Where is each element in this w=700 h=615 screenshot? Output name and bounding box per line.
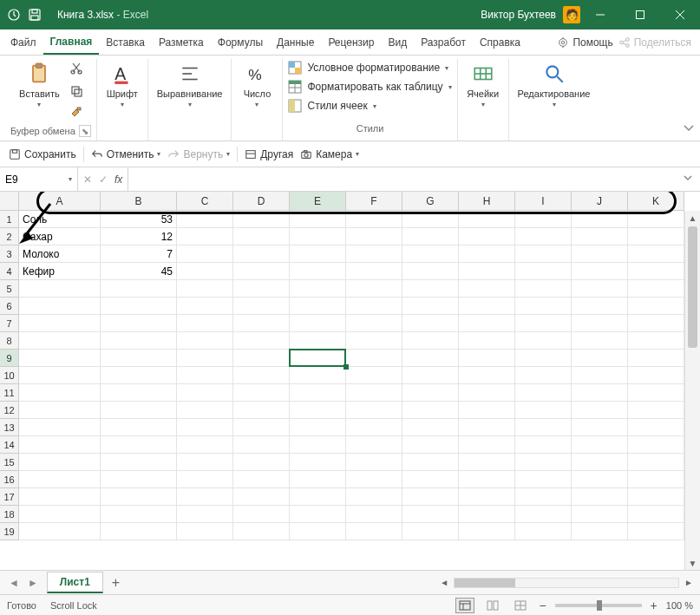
cell[interactable] (290, 280, 346, 298)
row-header[interactable]: 14 (0, 436, 19, 454)
undo-button[interactable]: Отменить▾ (91, 148, 161, 160)
column-header[interactable]: B (101, 192, 177, 211)
cell[interactable] (101, 384, 177, 402)
cell[interactable] (515, 315, 572, 332)
cell[interactable] (459, 436, 515, 454)
column-header[interactable]: K (628, 192, 684, 211)
cell[interactable] (177, 280, 233, 298)
cell[interactable]: Молоко (19, 245, 101, 263)
cell[interactable] (290, 471, 346, 488)
user-name[interactable]: Виктор Бухтеев (481, 9, 556, 21)
cell[interactable] (572, 523, 628, 540)
zoom-out-button[interactable]: − (539, 599, 546, 612)
cell[interactable] (177, 350, 233, 367)
sheet-nav-next[interactable]: ► (24, 577, 42, 589)
tab-insert[interactable]: Вставка (99, 29, 152, 55)
cell[interactable] (515, 263, 572, 280)
cell[interactable] (572, 471, 628, 488)
spreadsheet-grid[interactable]: ABCDEFGHIJK 1234567891011121314151617181… (0, 192, 700, 570)
name-box[interactable]: E9▾ (0, 167, 78, 191)
cell[interactable] (101, 402, 177, 419)
cell[interactable] (515, 245, 572, 263)
cell[interactable] (101, 298, 177, 315)
cell[interactable] (628, 280, 684, 298)
cell[interactable] (290, 228, 346, 245)
cell[interactable] (628, 419, 684, 436)
cell[interactable] (628, 402, 684, 419)
cell[interactable] (572, 367, 628, 384)
cell[interactable] (572, 402, 628, 419)
maximize-button[interactable] (620, 0, 660, 29)
cell[interactable] (233, 245, 290, 263)
cell[interactable] (402, 245, 459, 263)
cell[interactable] (233, 298, 290, 315)
conditional-formatting-button[interactable]: Условное форматирование▾ (288, 59, 451, 76)
cell[interactable] (572, 506, 628, 523)
row-header[interactable]: 17 (0, 488, 19, 506)
camera-button[interactable]: Камера▾ (300, 148, 359, 160)
cell[interactable] (459, 263, 515, 280)
cell[interactable] (19, 471, 101, 488)
cell[interactable] (177, 454, 233, 471)
cell[interactable] (628, 384, 684, 402)
column-header[interactable]: I (515, 192, 572, 211)
tell-me-button[interactable]: Помощь (557, 36, 612, 49)
cell[interactable] (515, 419, 572, 436)
cell[interactable] (19, 506, 101, 523)
cell[interactable] (233, 384, 290, 402)
cell[interactable] (19, 436, 101, 454)
view-normal-button[interactable] (455, 598, 474, 613)
row-header[interactable]: 15 (0, 454, 19, 471)
cell[interactable] (19, 367, 101, 384)
cell[interactable] (19, 350, 101, 367)
cell[interactable] (346, 471, 402, 488)
cell[interactable] (402, 402, 459, 419)
row-header[interactable]: 3 (0, 245, 19, 263)
row-header[interactable]: 9 (0, 350, 19, 367)
tab-data[interactable]: Данные (270, 29, 321, 55)
tab-view[interactable]: Вид (381, 29, 414, 55)
cell[interactable] (515, 367, 572, 384)
row-header[interactable]: 12 (0, 402, 19, 419)
cell[interactable] (515, 228, 572, 245)
cell[interactable] (459, 367, 515, 384)
cell[interactable] (572, 488, 628, 506)
cancel-formula-button[interactable]: ✕ (83, 173, 92, 186)
cells-button[interactable]: Ячейки ▾ (463, 59, 503, 110)
font-button[interactable]: A Шрифт ▾ (102, 59, 142, 110)
cell[interactable] (346, 263, 402, 280)
hscrollbar-thumb[interactable] (455, 579, 515, 587)
cell[interactable] (459, 245, 515, 263)
fill-handle[interactable] (343, 364, 349, 370)
row-header[interactable]: 7 (0, 315, 19, 332)
share-button[interactable]: Поделиться (618, 36, 691, 49)
cell[interactable] (290, 245, 346, 263)
cell[interactable] (515, 436, 572, 454)
cell[interactable] (19, 384, 101, 402)
cell[interactable] (459, 298, 515, 315)
tab-file[interactable]: Файл (3, 29, 43, 55)
row-header[interactable]: 10 (0, 367, 19, 384)
cell[interactable] (177, 471, 233, 488)
format-painter-button[interactable] (67, 104, 86, 123)
cell[interactable] (515, 402, 572, 419)
cell[interactable] (402, 350, 459, 367)
cell[interactable] (572, 245, 628, 263)
cell[interactable] (233, 350, 290, 367)
cell[interactable] (402, 436, 459, 454)
cell[interactable] (290, 350, 346, 367)
row-header[interactable]: 16 (0, 471, 19, 488)
cell[interactable] (515, 332, 572, 350)
cell[interactable] (346, 384, 402, 402)
view-page-break-button[interactable] (511, 598, 530, 613)
zoom-slider[interactable] (555, 604, 642, 607)
cell[interactable] (346, 315, 402, 332)
cell[interactable] (628, 315, 684, 332)
cell[interactable] (402, 471, 459, 488)
save-icon[interactable] (28, 8, 42, 22)
row-header[interactable]: 13 (0, 419, 19, 436)
cell[interactable] (402, 298, 459, 315)
redo-button[interactable]: Вернуть▾ (167, 148, 230, 160)
cell[interactable] (19, 298, 101, 315)
paste-button[interactable]: Вставить ▾ (16, 59, 63, 110)
